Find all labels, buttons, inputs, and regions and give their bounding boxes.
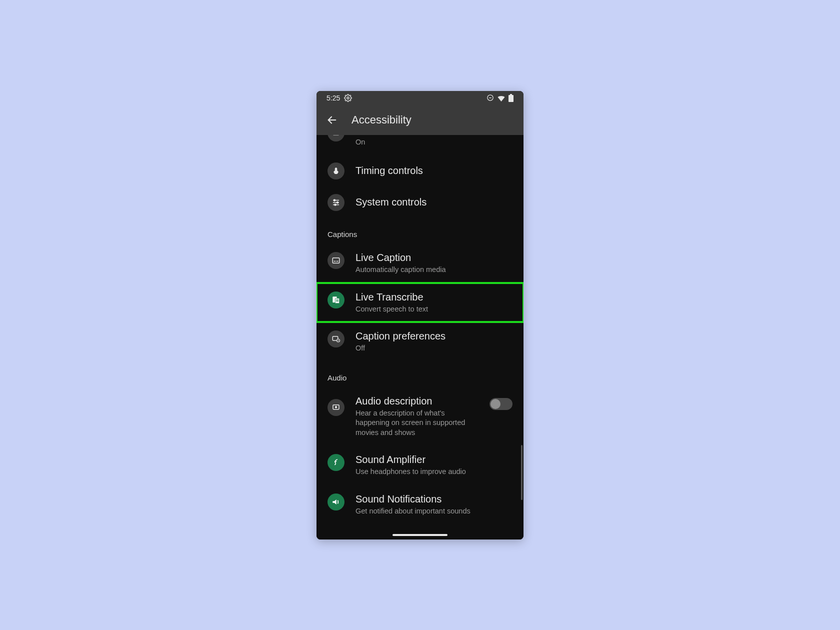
setting-sub: Get notified about important sounds <box>356 506 512 516</box>
setting-title: Live Caption <box>356 252 512 264</box>
setting-sub: Use headphones to improve audio <box>356 467 512 477</box>
audio-desc-icon <box>328 399 344 416</box>
svg-rect-14 <box>334 261 336 262</box>
setting-title: Live Transcribe <box>356 291 512 304</box>
content-area[interactable]: . On Timing controls System controls <box>316 135 524 540</box>
svg-point-0 <box>347 97 349 99</box>
svg-rect-19 <box>336 300 338 301</box>
svg-point-11 <box>337 202 338 204</box>
svg-rect-3 <box>508 95 514 102</box>
back-icon[interactable] <box>326 114 338 126</box>
setting-title: Sound Notifications <box>356 493 512 506</box>
svg-rect-13 <box>332 258 340 264</box>
setting-sub: Hear a description of what's happening o… <box>356 408 478 438</box>
gesture-bar[interactable] <box>392 534 448 536</box>
setting-row-sound-notifications[interactable]: Sound Notifications Get notified about i… <box>316 485 524 524</box>
app-bar: Accessibility <box>316 105 524 135</box>
dnd-icon <box>486 94 494 102</box>
svg-point-12 <box>334 204 336 206</box>
setting-sub: On <box>356 138 512 148</box>
setting-row-audio-description[interactable]: Audio description Hear a description of … <box>316 387 524 446</box>
section-header-audio: Audio <box>316 362 524 387</box>
svg-point-10 <box>334 200 336 201</box>
setting-title: Audio description <box>356 395 478 408</box>
setting-title: Sound Amplifier <box>356 454 512 466</box>
svg-point-22 <box>338 340 339 341</box>
partial-icon <box>328 135 344 142</box>
status-time: 5:25 <box>326 94 340 102</box>
svg-rect-6 <box>333 135 339 136</box>
setting-sub: Automatically caption media <box>356 265 512 275</box>
tune-icon <box>328 194 344 211</box>
ear-icon <box>328 454 344 471</box>
setting-row-partial[interactable]: . On <box>316 135 524 156</box>
gear-icon <box>344 94 352 102</box>
setting-row-sound-amplifier[interactable]: Sound Amplifier Use headphones to improv… <box>316 446 524 485</box>
svg-rect-18 <box>336 300 338 300</box>
scrollbar-thumb[interactable] <box>521 445 522 500</box>
sound-notif-icon <box>328 494 344 510</box>
setting-row-live-transcribe[interactable]: Live Transcribe Convert speech to text <box>316 283 524 322</box>
transcribe-icon <box>328 292 344 308</box>
page-title: Accessibility <box>352 114 412 126</box>
battery-icon <box>508 94 514 102</box>
setting-row-caption-preferences[interactable]: Caption preferences Off <box>316 322 524 362</box>
setting-title: Timing controls <box>356 164 512 177</box>
setting-sub: Off <box>356 344 512 354</box>
touch-icon <box>328 162 344 180</box>
setting-sub: Convert speech to text <box>356 304 512 314</box>
setting-title: Caption preferences <box>356 330 512 342</box>
section-header-captions: Captions <box>316 218 524 244</box>
setting-row-timing-controls[interactable]: Timing controls <box>316 155 524 186</box>
audio-description-toggle[interactable] <box>490 398 512 410</box>
setting-row-live-caption[interactable]: Live Caption Automatically caption media <box>316 244 524 283</box>
svg-rect-4 <box>510 94 512 95</box>
setting-row-system-controls[interactable]: System controls <box>316 186 524 218</box>
svg-point-24 <box>336 406 337 408</box>
caption-pref-icon <box>328 330 344 348</box>
phone-frame: 5:25 Accessibility <box>316 91 524 540</box>
status-bar: 5:25 <box>316 91 524 105</box>
caption-icon <box>328 252 344 269</box>
svg-rect-15 <box>336 261 338 262</box>
setting-title: System controls <box>356 196 512 208</box>
wifi-icon <box>497 94 506 102</box>
